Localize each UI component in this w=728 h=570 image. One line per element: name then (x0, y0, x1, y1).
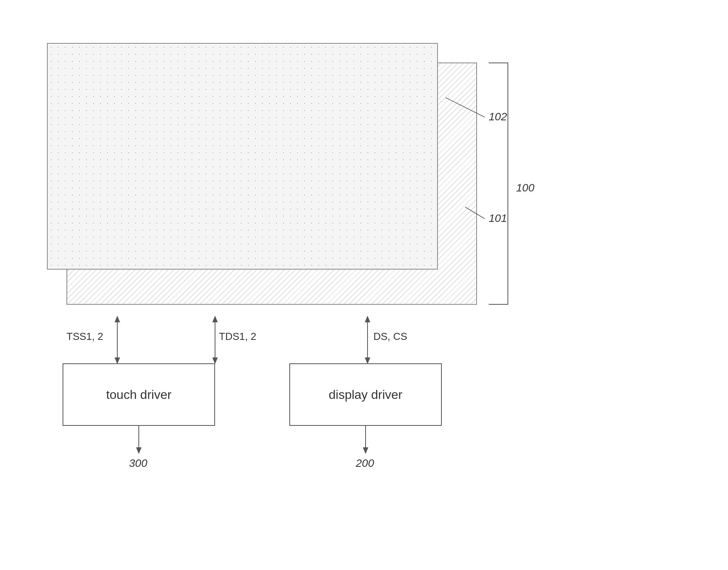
ref-200-label: 200 (355, 457, 374, 469)
ds-cs-label: DS, CS (373, 331, 407, 342)
svg-marker-9 (212, 316, 218, 322)
tss-label: TSS1, 2 (66, 331, 103, 342)
svg-marker-12 (365, 316, 370, 322)
touch-driver-box: touch driver (63, 363, 215, 426)
svg-marker-6 (115, 316, 120, 322)
svg-marker-17 (363, 447, 368, 454)
display-driver-box: display driver (289, 363, 442, 426)
touch-driver-label: touch driver (106, 388, 171, 402)
tds-label: TDS1, 2 (219, 331, 256, 342)
diagram-container: touch driver display driver 102 101 100 (23, 20, 688, 547)
svg-marker-15 (136, 447, 142, 454)
ref-300-label: 300 (129, 457, 147, 469)
bracket-100 (489, 63, 508, 305)
device-100 (35, 31, 485, 316)
display-driver-label: display driver (329, 388, 403, 402)
ref-100-label: 100 (516, 182, 534, 194)
layer-102-touch (47, 43, 438, 270)
